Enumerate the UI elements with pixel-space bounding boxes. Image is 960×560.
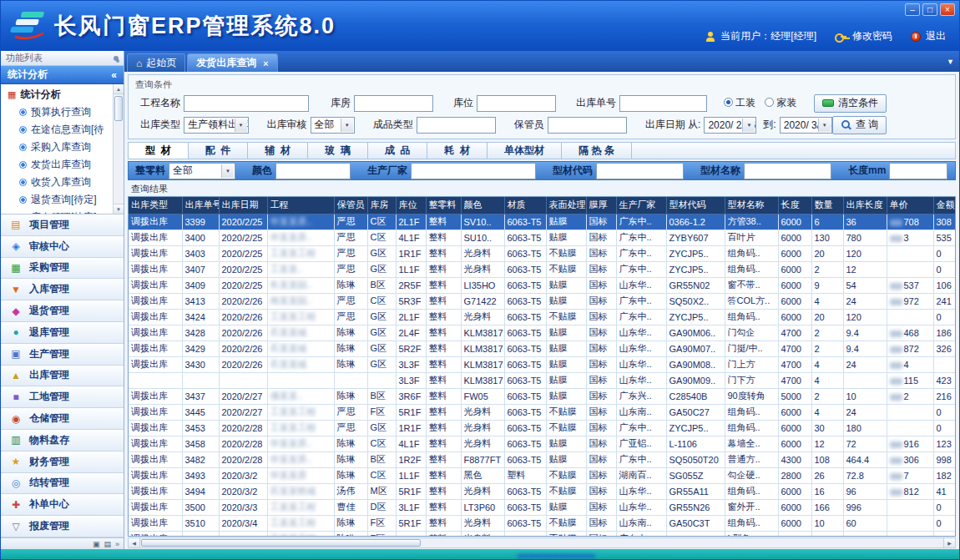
tree-item[interactable]: 发货出库查询 [1,156,124,174]
material-tab[interactable]: 辅 材 [248,143,308,159]
table-row[interactable]: 调拨出库34302020/2/26石某某城陈琳G区3L3F整料KLM381760… [129,356,956,372]
tab-list-dropdown-icon[interactable]: ▼ [947,58,954,66]
date-to-picker[interactable]: 2020/ 3/16 [780,117,832,134]
sidebar-item-工地管理[interactable]: ■工地管理 [1,386,124,408]
column-header[interactable]: 出库单号 [182,197,219,214]
column-header[interactable]: 型材名称 [725,197,778,214]
sidebar-item-退货管理[interactable]: ◆退货管理 [1,300,124,322]
radio-gongzhuang[interactable] [724,98,733,107]
sidebar-item-补单中心[interactable]: ✚补单中心 [1,494,124,516]
tab-close-icon[interactable]: × [263,58,268,68]
location-input[interactable] [477,95,556,112]
table-row[interactable]: 调拨出库33992020/2/25华某某原..严思C区2L1F整料SV10..6… [129,214,956,230]
tree-item[interactable]: 库存管理[待定] [1,209,124,214]
column-header[interactable]: 工程 [267,197,334,214]
material-tab[interactable]: 耗 材 [427,143,488,159]
sidebar-item-采购管理[interactable]: ▦采购管理 [1,258,124,280]
column-header[interactable]: 出库长度 [843,197,887,214]
horizontal-scrollbar[interactable]: ◀ ▶ [128,537,956,548]
outbound-type-select[interactable]: 生产领料出库 [184,117,249,134]
column-header[interactable]: 数量 [811,197,843,214]
product-type-input[interactable] [417,117,496,134]
material-tab[interactable]: 成 品 [368,143,428,159]
sidebar-item-物料盘存[interactable]: ▥物料盘存 [1,430,124,452]
maximize-button[interactable]: □ [922,3,937,16]
radio-jiazhuang[interactable] [765,98,774,107]
footer-icon-2[interactable]: ▤ [104,540,111,548]
sidebar-item-审核中心[interactable]: ◈审核中心 [1,236,124,258]
sidebar-item-项目管理[interactable]: ▤项目管理 [1,214,124,236]
column-header[interactable]: 表面处理 [546,197,586,214]
date-from-picker[interactable]: 2020/ 2/16 [704,117,756,134]
tree-item[interactable]: 退货查询[待定] [1,191,124,209]
sidebar-group-statistics[interactable]: 统计分析 « [1,66,124,84]
table-row[interactable]: 调拨出库34532020/2/28工某某工程严思G区1R1F整料光身料6063-… [129,420,956,436]
material-tab[interactable]: 型 材 [129,143,189,159]
scroll-up-icon[interactable]: ▲ [114,84,124,94]
scroll-left-icon[interactable]: ◀ [129,538,140,547]
table-row[interactable]: 调拨出库34582020/2/28华某某原..陈琳C区4L1F整料光身料6063… [129,436,956,452]
table-row[interactable]: 调拨出库34372020/2/27佛某某..陈琳B区3R6F整料FW056063… [129,388,956,404]
order-no-input[interactable] [619,95,707,112]
manufacturer-input[interactable] [411,163,536,179]
sidebar-item-生产管理[interactable]: ▣生产管理 [1,344,124,366]
project-name-input[interactable] [184,95,309,112]
sidebar-item-结转管理[interactable]: ◎结转管理 [1,473,124,495]
hscroll-thumb[interactable] [141,539,421,547]
table-row[interactable]: 调拨出库34822020/2/28华某某原..陈琳B区1R2F整料F8877FT… [129,452,956,467]
column-header[interactable]: 材质 [504,197,546,214]
sidebar-item-退库管理[interactable]: ●退库管理 [1,322,124,344]
table-row[interactable]: 调拨出库34002020/2/25华某某原..严思C区4L1F整料SU10..6… [129,230,956,245]
tree-scrollbar[interactable]: ▲ ▼ [113,84,124,214]
scroll-right-icon[interactable]: ▶ [943,538,955,547]
table-row[interactable]: 调拨出库34942020/3/2石某某铁城汤伟M区5R1F整料光身料6063-T… [129,483,956,499]
column-header[interactable]: 膜厚 [586,197,616,214]
logout-link[interactable]: 退出 [926,29,946,43]
table-row[interactable]: 调拨出库34452020/2/27工某某工程严思F区5R1F整料光身料6063-… [129,404,956,420]
material-tab[interactable]: 玻 璃 [308,143,368,159]
sidebar-item-入库管理[interactable]: ▼入库管理 [1,279,124,300]
column-header[interactable]: 生产厂家 [616,197,666,214]
sidebar-item-财务管理[interactable]: ★财务管理 [1,452,124,473]
scrollbar-thumb[interactable] [114,96,123,121]
table-row[interactable]: 调拨出库34932020/3/2华某某原陈琳C区1L1F整料黑色塑料不贴膜国标湖… [129,467,956,483]
table-row[interactable]: 调拨出库34032020/2/25工某某工程严思G区1R1F整料光身料6063-… [129,245,956,261]
table-row[interactable]: 调拨出库35002020/3/3工某某工程曹佳D区3L1F整料LT3P60606… [129,499,956,515]
sidebar-item-仓储管理[interactable]: ◉仓储管理 [1,408,124,430]
column-header[interactable]: 库房 [367,197,396,214]
material-tab[interactable]: 配 件 [189,143,249,159]
minimize-button[interactable]: – [905,3,920,16]
table-row[interactable]: 调拨出库34072020/2/25工某某..严思G区1L1F整料光身料6063-… [129,261,956,277]
sidebar-item-出库管理[interactable]: ▲出库管理 [1,366,124,387]
table-row[interactable]: 调拨出库35102020/3/4工某某工程陈琳F区5R1F整料光身料6063-T… [129,515,956,531]
column-header[interactable]: 型材代码 [666,197,725,214]
table-row[interactable]: 调拨出库34092020/2/25长某某园..陈琳B区2R5F整料LI35HO6… [129,277,956,293]
column-header[interactable]: 整零料 [426,197,461,214]
table-row[interactable]: 调拨出库34282020/2/26石某某城陈琳G区2L4F整料KLM381760… [129,325,956,341]
more-chevron-icon[interactable]: » [115,540,119,548]
material-tab[interactable]: 隔 热 条 [562,143,632,159]
tab-shipment-outbound-query[interactable]: 发货出库查询 × [187,53,277,72]
footer-icon-1[interactable]: ▣ [93,540,100,548]
tree-item[interactable]: 采购入库查询 [1,139,124,156]
tree-item[interactable]: 收货入库查询 [1,174,124,191]
close-button[interactable]: × [940,3,955,16]
whole-scrap-select[interactable]: 全部 [169,163,235,179]
table-row[interactable]: 调拨出库34132020/2/26南某某园..严思C区5R3F整料G714226… [129,293,956,309]
collapse-icon[interactable]: « [111,69,117,81]
table-row[interactable]: 3L3F整料KLM38176063-T5贴膜国标山东华..GA90M09..门下… [129,372,956,388]
column-header[interactable]: 颜色 [461,197,504,214]
length-mm-input[interactable] [889,163,947,179]
keeper-input[interactable] [548,117,627,134]
column-header[interactable]: 库位 [396,197,426,214]
column-header[interactable]: 金额 [933,197,956,214]
change-password-link[interactable]: 修改密码 [852,29,892,43]
tree-item[interactable]: 在途信息查询[待 [1,121,124,139]
sidebar-item-报废管理[interactable]: ▽报废管理 [1,516,124,537]
tab-home[interactable]: ⌂ 起始页 [127,53,185,72]
tree-root[interactable]: ▦ 统计分析 [1,86,124,103]
column-header[interactable]: 出库类型 [129,197,182,214]
table-row[interactable]: 调拨出库34242020/2/26工某某工程严思G区2L1F整料光身料6063-… [129,309,956,325]
column-header[interactable]: 出库日期 [219,197,267,214]
outbound-audit-select[interactable]: 全部 [311,117,355,134]
